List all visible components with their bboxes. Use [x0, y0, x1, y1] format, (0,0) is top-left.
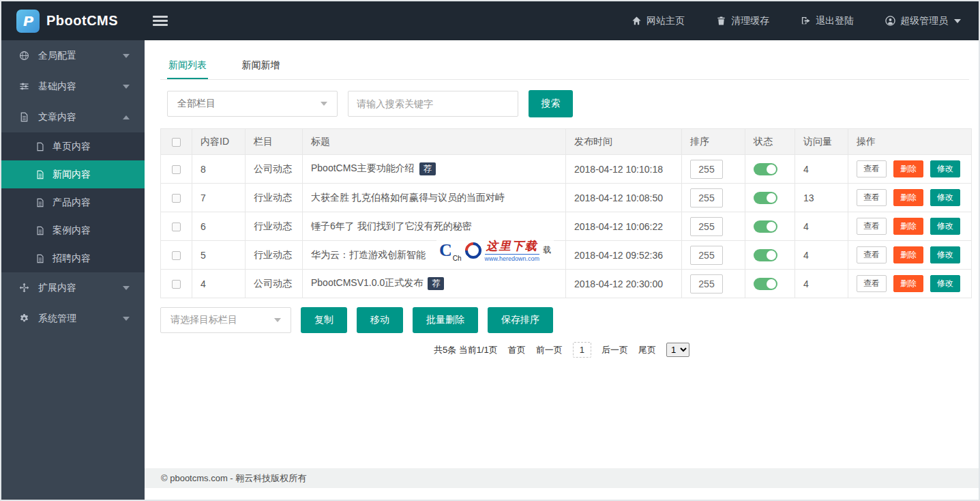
view-button[interactable]: 查看 — [857, 275, 887, 292]
row-checkbox[interactable] — [172, 194, 181, 203]
search-button[interactable]: 搜索 — [529, 90, 573, 117]
topnav-clear-cache[interactable]: 清理缓存 — [716, 15, 769, 27]
batch-delete-button[interactable]: 批量删除 — [413, 307, 478, 333]
row-checkbox[interactable] — [172, 280, 181, 289]
topnav-logout[interactable]: 退出登陆 — [801, 15, 854, 27]
expand-icon — [19, 283, 29, 293]
watermark-ring-icon — [462, 239, 485, 262]
chevron-down-icon — [123, 286, 130, 290]
category-select[interactable]: 全部栏目 — [167, 91, 338, 117]
status-toggle[interactable] — [754, 220, 777, 233]
delete-button[interactable]: 删除 — [893, 160, 923, 177]
sort-input[interactable] — [690, 160, 723, 179]
target-category-select-value: 请选择目标栏目 — [170, 314, 237, 326]
topnav-account[interactable]: 超级管理员 — [885, 15, 961, 27]
delete-button[interactable]: 删除 — [893, 246, 923, 263]
main-content: 新闻列表 新闻新增 全部栏目 搜索 内容ID 栏目 标题 发布时间 排序 状态 — [145, 40, 979, 500]
status-toggle[interactable] — [754, 192, 777, 204]
sidebar-item-single-page[interactable]: 单页内容 — [1, 132, 145, 160]
cell-content-id: 8 — [192, 155, 246, 184]
copy-button[interactable]: 复制 — [301, 307, 347, 333]
pagination-first[interactable]: 首页 — [508, 344, 526, 356]
sidebar-item-global-config[interactable]: 全局配置 — [1, 40, 145, 71]
pagination-current-page[interactable]: 1 — [573, 342, 591, 358]
sidebar-item-cases[interactable]: 案例内容 — [1, 216, 145, 244]
view-button[interactable]: 查看 — [857, 160, 887, 177]
cell-date: 2018-04-12 20:30:00 — [566, 270, 682, 298]
view-button[interactable]: 查看 — [857, 218, 887, 235]
user-icon — [885, 16, 895, 26]
topbar: P PbootCMS 网站主页 清理缓存 退出登陆 超级管理员 — [1, 1, 979, 40]
table-row: 4 公司动态 PbootCMSV1.0.0正式发布荐 2018-04-12 20… — [161, 270, 972, 298]
edit-button[interactable]: 修改 — [930, 218, 960, 235]
brand[interactable]: P PbootCMS — [1, 10, 145, 33]
sort-input[interactable] — [690, 246, 723, 265]
logout-icon — [801, 16, 811, 26]
sort-input[interactable] — [690, 188, 723, 207]
pagination-prev[interactable]: 前一页 — [536, 344, 563, 356]
status-toggle[interactable] — [754, 278, 777, 290]
sidebar-item-extended-content[interactable]: 扩展内容 — [1, 272, 145, 303]
sidebar-item-article-content[interactable]: 文章内容 — [1, 102, 145, 132]
topnav: 网站主页 清理缓存 退出登陆 超级管理员 — [632, 15, 979, 27]
select-all-checkbox[interactable] — [172, 138, 181, 147]
chevron-down-icon — [123, 54, 130, 58]
topnav-home-label: 网站主页 — [647, 15, 685, 27]
sidebar-item-system[interactable]: 系统管理 — [1, 303, 145, 334]
chevron-down-icon — [123, 317, 130, 321]
save-sort-button[interactable]: 保存排序 — [488, 307, 553, 333]
delete-button[interactable]: 删除 — [893, 275, 923, 292]
header-category: 栏目 — [246, 129, 303, 155]
pagination-summary: 共5条 当前1/1页 — [434, 344, 498, 356]
row-checkbox[interactable] — [172, 223, 181, 231]
sidebar-item-news[interactable]: 新闻内容 — [1, 160, 145, 188]
row-checkbox[interactable] — [172, 251, 181, 260]
edit-button[interactable]: 修改 — [930, 189, 960, 206]
cell-category: 公司动态 — [246, 155, 303, 184]
edit-button[interactable]: 修改 — [930, 275, 960, 292]
tab-news-add[interactable]: 新闻新增 — [240, 53, 281, 79]
sidebar-item-label: 案例内容 — [53, 225, 91, 237]
table-row: 5 行业动态 华为云：打造游戏创新智能荐 2018-04-12 09:52:36… — [161, 241, 972, 270]
hamburger-icon[interactable] — [153, 14, 168, 28]
topnav-home[interactable]: 网站主页 — [632, 15, 685, 27]
watermark-letter: C — [439, 242, 452, 258]
edit-button[interactable]: 修改 — [930, 246, 960, 263]
delete-button[interactable]: 删除 — [893, 218, 923, 235]
pagination-next[interactable]: 后一页 — [602, 344, 628, 356]
sort-input[interactable] — [690, 274, 723, 294]
table-row: 7 行业动态 大获全胜 扎克伯格如何赢得与议员的当面对峙荐 2018-04-12… — [161, 184, 972, 212]
pagination-last[interactable]: 尾页 — [638, 344, 656, 356]
view-button[interactable]: 查看 — [857, 246, 887, 263]
sidebar-item-label: 招聘内容 — [53, 253, 91, 265]
move-button[interactable]: 移动 — [357, 307, 403, 333]
view-button[interactable]: 查看 — [857, 189, 887, 206]
gear-icon — [19, 313, 29, 324]
cell-date: 2018-04-12 10:06:22 — [566, 212, 682, 241]
bulk-action-bar: 请选择目标栏目 复制 移动 批量删除 保存排序 — [160, 307, 969, 333]
sidebar-item-products[interactable]: 产品内容 — [1, 188, 145, 216]
edit-button[interactable]: 修改 — [930, 160, 960, 177]
tab-news-list[interactable]: 新闻列表 — [167, 53, 208, 79]
cell-category: 公司动态 — [246, 270, 303, 298]
recommend-badge: 荐 — [428, 277, 444, 289]
delete-button[interactable]: 删除 — [893, 189, 923, 206]
row-checkbox[interactable] — [172, 165, 181, 174]
header-status: 状态 — [745, 129, 795, 155]
sidebar-item-label: 新闻内容 — [53, 169, 91, 181]
status-toggle[interactable] — [754, 249, 777, 261]
recommend-badge: 荐 — [419, 162, 436, 175]
toggle-knob — [767, 279, 776, 289]
toggle-knob — [767, 164, 776, 174]
search-input[interactable] — [348, 91, 518, 117]
sort-input[interactable] — [690, 217, 723, 236]
target-category-select[interactable]: 请选择目标栏目 — [160, 307, 291, 333]
sidebar-item-label: 单页内容 — [53, 141, 91, 153]
sidebar-item-basic-content[interactable]: 基础内容 — [1, 71, 145, 102]
chevron-up-icon — [123, 115, 130, 119]
sidebar-item-recruit[interactable]: 招聘内容 — [1, 244, 145, 272]
page-select[interactable]: 1 — [666, 343, 689, 357]
category-select-value: 全部栏目 — [177, 98, 216, 110]
status-toggle[interactable] — [754, 163, 777, 175]
filter-bar: 全部栏目 搜索 — [167, 90, 969, 117]
